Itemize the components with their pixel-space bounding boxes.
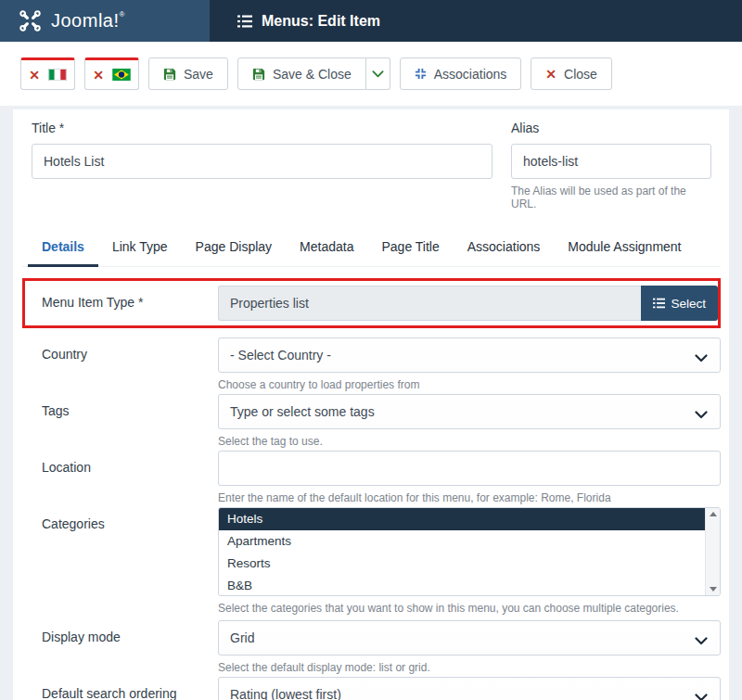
display-mode-label: Display mode — [22, 620, 218, 644]
save-close-label: Save & Close — [273, 67, 352, 82]
menu-item-type-select-button[interactable]: Select — [641, 286, 718, 321]
country-select[interactable]: - Select Country - — [218, 337, 721, 373]
search-ordering-select[interactable]: Rating (lowest first) — [218, 677, 721, 700]
chevron-down-icon — [695, 407, 708, 422]
tab-details[interactable]: Details — [28, 230, 98, 267]
save-label: Save — [184, 67, 213, 82]
location-row: Location Enter the name of the default l… — [22, 451, 721, 504]
search-ordering-selected-value: Rating (lowest first) — [230, 687, 341, 700]
country-selected-value: - Select Country - — [230, 348, 331, 363]
brand-registered-mark: ® — [120, 10, 125, 19]
alias-help: The Alias will be used as part of the UR… — [511, 185, 711, 210]
remove-association-italian-button[interactable]: ✕ — [20, 57, 75, 90]
tab-module-assignment[interactable]: Module Assignment — [554, 230, 695, 266]
tags-help: Select the tag to use. — [218, 435, 721, 448]
menu-item-type-label: Menu Item Type * — [25, 286, 218, 310]
remove-icon: ✕ — [29, 69, 40, 82]
title-alias-section: Title * Alias The Alias will be used as … — [22, 115, 721, 210]
close-icon: ✕ — [545, 68, 556, 81]
edit-item-tabs: Details Link Type Page Display Metadata … — [22, 230, 721, 267]
title-input[interactable] — [32, 144, 493, 179]
menu-item-type-value: Properties list — [218, 286, 641, 321]
categories-multiselect[interactable]: Hotels Apartments Resorts B&B — [218, 507, 721, 596]
category-option-apartments[interactable]: Apartments — [219, 530, 705, 553]
display-mode-select[interactable]: Grid — [218, 620, 721, 655]
associations-label: Associations — [434, 67, 507, 82]
location-label: Location — [22, 451, 218, 475]
title-label: Title * — [32, 121, 493, 135]
tags-select[interactable]: Type or select some tags — [218, 394, 721, 429]
joomla-logo-icon — [19, 9, 42, 32]
tab-page-title[interactable]: Page Title — [367, 230, 453, 266]
save-options-dropdown-button[interactable] — [366, 57, 390, 90]
chevron-down-icon — [372, 70, 384, 78]
tab-associations[interactable]: Associations — [454, 230, 555, 266]
brazil-flag-icon — [112, 69, 131, 81]
search-ordering-label: Default search ordering — [22, 677, 218, 700]
alias-group: Alias The Alias will be used as part of … — [511, 121, 711, 210]
categories-label: Categories — [22, 507, 218, 531]
country-row: Country - Select Country - Choose a coun… — [22, 337, 721, 391]
tab-page-display[interactable]: Page Display — [182, 230, 287, 266]
categories-help: Select the categories that you want to s… — [218, 602, 721, 615]
display-mode-selected-value: Grid — [230, 630, 254, 645]
alias-input[interactable] — [511, 144, 711, 179]
tags-label: Tags — [22, 394, 218, 418]
search-ordering-row: Default search ordering Rating (lowest f… — [22, 677, 721, 700]
save-close-button-group: Save & Close — [237, 57, 390, 90]
display-mode-row: Display mode Grid Select the default dis… — [22, 620, 721, 674]
details-form: Menu Item Type * Properties list — [22, 267, 721, 700]
toolbar: ✕ ✕ — [0, 42, 742, 106]
categories-row: Categories Hotels Apartments Resorts B&B… — [22, 507, 721, 615]
scroll-up-icon[interactable] — [710, 512, 717, 516]
tags-row: Tags Type or select some tags Select the… — [22, 394, 721, 448]
edit-item-card: Title * Alias The Alias will be used as … — [13, 109, 729, 700]
select-button-label: Select — [671, 297, 706, 311]
tags-placeholder: Type or select some tags — [230, 404, 375, 419]
country-label: Country — [22, 337, 218, 362]
save-button[interactable]: Save — [148, 57, 228, 90]
location-input[interactable] — [218, 451, 721, 486]
category-option-resorts[interactable]: Resorts — [219, 553, 705, 575]
tab-link-type[interactable]: Link Type — [98, 230, 182, 266]
page-title: Menus: Edit Item — [262, 13, 380, 30]
scroll-down-icon[interactable] — [710, 587, 717, 592]
save-and-close-button[interactable]: Save & Close — [237, 57, 366, 90]
list-icon — [237, 15, 252, 28]
page-heading: Menus: Edit Item — [210, 0, 742, 42]
annotation-highlight-box: Menu Item Type * Properties list — [22, 278, 721, 328]
listbox-scrollbar[interactable] — [705, 508, 720, 595]
display-mode-help: Select the default display mode: list or… — [218, 661, 721, 674]
tab-metadata[interactable]: Metadata — [286, 230, 367, 266]
chevron-down-icon — [695, 350, 708, 365]
save-icon — [163, 68, 176, 81]
brand-name: Joomla!® — [51, 10, 125, 32]
save-icon — [252, 68, 265, 81]
remove-icon: ✕ — [93, 69, 104, 82]
chevron-down-icon — [695, 633, 708, 648]
alias-label: Alias — [511, 121, 711, 135]
category-option-bb[interactable]: B&B — [219, 575, 705, 596]
chevron-down-icon — [695, 690, 708, 700]
remove-association-brazilian-button[interactable]: ✕ — [84, 57, 139, 90]
joomla-brand[interactable]: Joomla!® — [0, 0, 210, 42]
top-header: Joomla!® Menus: Edit Item — [0, 0, 742, 42]
close-label: Close — [564, 67, 597, 82]
list-icon — [653, 298, 665, 309]
close-button[interactable]: ✕ Close — [531, 57, 612, 90]
associations-button[interactable]: Associations — [400, 57, 522, 90]
compress-arrows-icon — [415, 68, 427, 80]
country-help: Choose a country to load properties from — [218, 378, 721, 391]
location-help: Enter the name of the default location f… — [218, 491, 721, 504]
title-group: Title * — [32, 121, 493, 210]
category-option-hotels[interactable]: Hotels — [219, 508, 705, 530]
italy-flag-icon — [48, 69, 67, 81]
